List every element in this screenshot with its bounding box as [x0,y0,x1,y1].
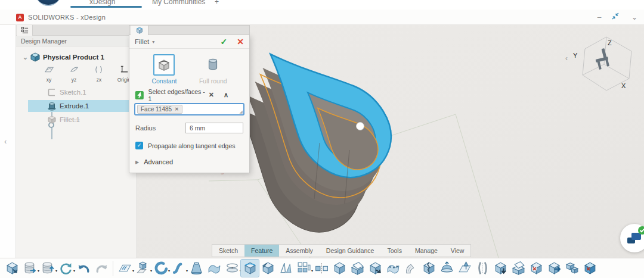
expand-chevron-icon[interactable]: ⌄ [22,55,30,60]
tab-assembly[interactable]: Assembly [279,245,320,257]
dialog-caret-icon[interactable]: ▾ [152,39,154,45]
selection-chip[interactable]: Face 11485 ✕ [137,105,182,114]
plane-zx-icon [94,65,104,74]
toolbar-revolve-button[interactable]: ▾ [151,260,169,277]
toolbar-shell-button[interactable] [348,260,366,277]
plane-zx[interactable]: zx [90,65,108,83]
toolbar-undo-button[interactable] [75,260,92,277]
cancel-button[interactable]: ✕ [237,37,244,46]
tree-item-extrude1[interactable]: Extrude.1 ⋮ [28,100,137,112]
sketch-icon [117,261,132,276]
clear-selection-button[interactable]: ✕ [209,91,214,99]
radius-row: Radius 6 mm [129,123,249,133]
mode-label: Constant [151,77,177,85]
tree-item-label: Physical Product 1 [43,54,104,61]
toolbar-dome-button[interactable] [438,260,456,277]
toolbar-move-face-button[interactable] [366,260,384,277]
selection-field[interactable]: Face 11485 ✕ ◢ [134,103,244,115]
chip-label: Face 11485 [141,106,172,113]
toolbar-freeform-button[interactable] [384,260,402,277]
toolbar-move-body-button[interactable] [491,260,509,277]
design-manager-tab[interactable] [17,25,33,36]
toolbar-pattern-button[interactable]: ▾ [295,260,312,277]
tab-design-guidance[interactable]: Design Guidance [320,245,381,257]
toolbar-insert-component-button[interactable] [3,260,21,277]
mode-label: Full round [199,77,227,85]
plane-xy[interactable]: xy [40,65,58,83]
toolbar-sweep-button[interactable]: ▾ [169,260,187,277]
draft-icon [278,261,293,276]
mode-constant[interactable]: Constant [151,54,177,85]
advanced-row[interactable]: ▶ Advanced [129,158,249,165]
toolbar-surface-button[interactable] [205,260,223,277]
fillet-feature-icon [47,115,57,124]
toolbar-remove-face-button[interactable] [509,260,527,277]
toolbar-delete-body-button[interactable] [581,260,599,277]
collaboration-chat-button[interactable] [620,224,644,252]
toolbar-loft-button[interactable] [187,260,205,277]
collapse-selection-icon[interactable]: ∧ [224,91,228,99]
toolbar-update-button[interactable]: ▾ [57,260,75,277]
toolbar-redo-button[interactable] [92,260,110,277]
toolbar-split-button[interactable] [420,260,438,277]
tree-item-sketch1[interactable]: Sketch.1 ⋮ [16,86,137,98]
toolbar-separator [113,261,113,276]
propagate-checkbox[interactable]: ✓ [135,142,143,149]
advanced-expander-icon[interactable]: ▶ [135,160,139,165]
panel-collapse-chevron[interactable]: ‹ [4,137,7,146]
tabbar-collapse-chevron[interactable]: ⌄ [426,243,434,254]
tab-sketch[interactable]: Sketch [212,245,244,257]
minimize-button[interactable]: – [593,12,605,23]
full-round-fillet-icon [207,58,219,71]
toolbar-replace-face-button[interactable] [545,260,563,277]
toolbar-delete-face-button[interactable] [527,260,545,277]
fillet-icon [135,26,144,35]
restore-resize-button[interactable] [609,12,621,23]
radius-input[interactable]: 6 mm [185,123,243,133]
collapse-window-button[interactable]: ⌄ [628,12,640,23]
tree-item-physical-product[interactable]: ⌄ Physical Product 1 ⋮ [16,51,137,63]
toolbar-rib-button[interactable] [473,260,491,277]
chat-messages-icon [620,224,644,252]
new-tab-button[interactable]: + [215,0,219,6]
tab-feature[interactable]: Feature [244,245,279,257]
toolbar-reference-geometry-button[interactable]: ▾ [223,260,241,277]
move-face-icon [368,261,383,276]
view-cube[interactable]: Z Y X ‹ [565,37,631,90]
toolbar-fillet-button[interactable] [241,260,259,277]
toolbar-combine-button[interactable] [330,260,348,277]
toolbar-stiffener-button[interactable] [456,260,473,277]
browser-tab-xdesign[interactable]: xDesign [89,0,115,6]
tree-item-label: Extrude.1 [60,102,89,110]
mode-full-round[interactable]: Full round [199,54,227,85]
dialog-tabstrip [129,25,250,35]
toolbar-sketch-button[interactable]: ▾ [116,260,134,277]
origin-axis-icon [119,65,129,74]
propagate-row: ✓ Propagate along tangent edges [129,142,249,149]
toolbar-extrude-button[interactable]: ▾ [134,260,151,277]
toolbar-copy-body-button[interactable] [563,260,581,277]
tab-view[interactable]: View [444,245,471,257]
stiffener-icon [457,261,472,276]
advanced-label: Advanced [144,158,173,165]
copy-body-icon [565,261,580,276]
browser-tab-my-communities[interactable]: My Communities [152,0,205,6]
tab-tools[interactable]: Tools [380,245,408,257]
tree-item-fillet1[interactable]: Fillet.1 [16,114,137,126]
toolbar-mirror-button[interactable] [312,260,330,277]
toolbar-save-button[interactable]: ▾ [21,260,39,277]
field-resize-grip-icon[interactable]: ◢ [240,110,243,114]
compass-logo-icon[interactable] [36,0,61,6]
view-cube-rotate-left-arrow[interactable]: ‹ [565,54,568,63]
toolbar-bend-button[interactable] [402,260,420,277]
toolbar-share-button[interactable]: ▾ [39,260,57,277]
plane-yz[interactable]: yz [65,65,83,83]
fillet-dialog-tab[interactable] [131,26,148,35]
toolbar-draft-button[interactable] [277,260,295,277]
chip-remove-icon[interactable]: ✕ [175,107,179,112]
confirm-button[interactable]: ✓ [221,37,228,46]
toolbar-chamfer-button[interactable] [259,260,277,277]
feature-tree: ⌄ Physical Product 1 ⋮ xy [16,46,137,126]
insert-component-icon [5,261,20,276]
dialog-header: Fillet ▾ ✓ ✕ [129,35,249,49]
